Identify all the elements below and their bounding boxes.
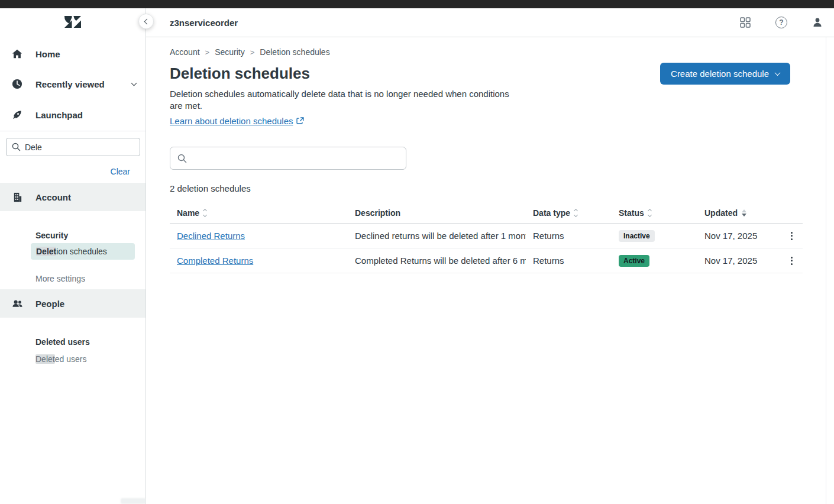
profile-icon[interactable] <box>812 17 823 28</box>
status-badge: Active <box>619 255 649 267</box>
sidebar-divider <box>0 131 146 131</box>
search-match-highlight: Delet <box>35 354 55 364</box>
learn-link[interactable]: Learn about deletion schedules <box>170 116 293 126</box>
search-match-highlight: Delet <box>36 247 56 256</box>
schedule-description: Declined returns will be deleted after 1… <box>348 231 526 241</box>
external-link-icon <box>296 117 304 125</box>
create-deletion-schedule-button[interactable]: Create deletion schedule <box>660 63 790 85</box>
schedule-data-type: Returns <box>526 231 612 241</box>
sidebar-item-label: Launchpad <box>35 110 83 120</box>
clock-icon <box>12 79 22 89</box>
status-badge: Inactive <box>619 230 655 242</box>
sort-icon <box>648 209 651 217</box>
table-row: Completed Returns Completed Returns will… <box>170 248 803 273</box>
grid-icon[interactable] <box>740 17 751 28</box>
sidebar-section-account[interactable]: Account <box>0 183 146 211</box>
sidebar-item-recently-viewed[interactable]: Recently viewed <box>0 76 146 92</box>
top-dark-bar <box>0 0 834 8</box>
main-header: z3nserviceorder <box>146 8 834 37</box>
deletion-schedules-table: Name Description Data type Status <box>170 203 803 273</box>
schedule-updated: Nov 17, 2025 <box>697 256 780 266</box>
sidebar: Home Recently viewed Launchpad <box>0 8 146 504</box>
account-name: z3nserviceorder <box>170 18 238 28</box>
table-header-row: Name Description Data type Status <box>170 203 803 224</box>
sidebar-section-label: Account <box>35 192 71 202</box>
breadcrumb-current: Deletion schedules <box>260 47 329 57</box>
rocket-icon <box>12 109 22 120</box>
chevron-down-icon <box>775 70 781 76</box>
page-content: Account > Security > Deletion schedules … <box>146 37 834 273</box>
main-area: z3nserviceorder <box>146 8 834 504</box>
partially-scrolled-item <box>121 498 146 504</box>
chevron-down-icon <box>131 80 137 86</box>
sidebar-item-home[interactable]: Home <box>0 46 146 62</box>
sidebar-search-box <box>6 138 140 156</box>
sidebar-group-deleted-users: Deleted users <box>35 337 90 347</box>
page-description: Deletion schedules automatically delete … <box>170 88 516 112</box>
overflow-menu-icon[interactable] <box>791 257 793 265</box>
sort-desc-icon <box>742 209 746 217</box>
search-icon <box>177 154 187 163</box>
breadcrumb: Account > Security > Deletion schedules <box>170 47 803 57</box>
schedule-name-link[interactable]: Declined Returns <box>177 231 245 241</box>
collapse-sidebar-button[interactable] <box>138 14 154 29</box>
zendesk-logo <box>63 15 82 30</box>
sidebar-item-launchpad[interactable]: Launchpad <box>0 106 146 123</box>
sidebar-item-deleted-users[interactable]: Deleted users <box>35 354 86 364</box>
help-icon[interactable] <box>775 17 787 28</box>
column-header-data-type[interactable]: Data type <box>526 208 612 218</box>
sidebar-section-label: People <box>35 299 64 309</box>
breadcrumb-account[interactable]: Account <box>170 47 200 57</box>
schedule-updated: Nov 17, 2025 <box>697 231 780 241</box>
clear-search-button[interactable]: Clear <box>111 167 130 176</box>
sidebar-item-label: Home <box>35 49 60 59</box>
sidebar-item-deletion-schedules[interactable]: Deletion schedules <box>31 243 135 260</box>
sidebar-search-input[interactable] <box>25 139 137 155</box>
table-search-box <box>170 147 406 170</box>
people-icon <box>12 298 23 309</box>
search-icon <box>12 143 21 151</box>
column-header-status[interactable]: Status <box>612 208 697 218</box>
schedule-data-type: Returns <box>526 256 612 266</box>
result-count: 2 deletion schedules <box>170 183 803 193</box>
sidebar-item-more-settings[interactable]: More settings <box>35 274 85 283</box>
schedule-description: Completed Returns will be deleted after … <box>348 256 526 266</box>
sidebar-item-label: Recently viewed <box>35 79 105 89</box>
table-search-input[interactable] <box>193 148 400 169</box>
sidebar-section-people[interactable]: People <box>0 289 146 318</box>
sidebar-group-security: Security <box>35 231 68 240</box>
breadcrumb-separator: > <box>205 48 210 57</box>
overflow-menu-icon[interactable] <box>791 232 793 240</box>
sort-icon <box>203 209 206 217</box>
column-header-description: Description <box>348 208 526 218</box>
schedule-name-link[interactable]: Completed Returns <box>177 256 253 266</box>
column-header-name[interactable]: Name <box>170 208 348 218</box>
home-icon <box>12 49 22 59</box>
breadcrumb-separator: > <box>250 48 255 57</box>
table-row: Declined Returns Declined returns will b… <box>170 224 803 248</box>
sort-icon <box>574 209 577 217</box>
building-icon <box>12 192 23 203</box>
column-header-updated[interactable]: Updated <box>697 208 780 218</box>
breadcrumb-security[interactable]: Security <box>215 47 245 57</box>
